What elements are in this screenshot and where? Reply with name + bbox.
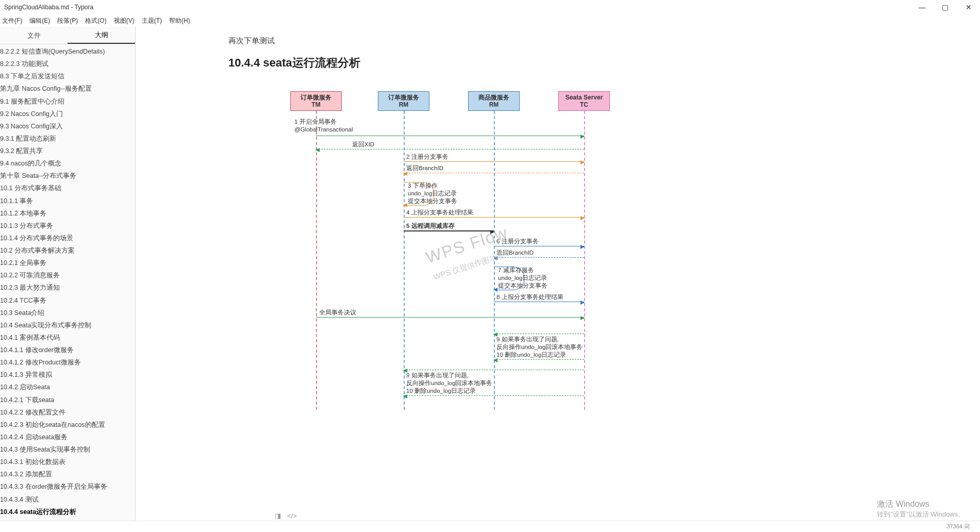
- minimize-button[interactable]: —: [910, 0, 934, 14]
- outline-item[interactable]: 9.1 服务配置中心介绍: [0, 95, 135, 108]
- outline-item[interactable]: 10.4 Seata实现分布式事务控制: [0, 319, 135, 331]
- editor-content[interactable]: 再次下单测试 10.4.4 seata运行流程分析 订单微服务TM 订单微服务R…: [136, 27, 980, 521]
- arrow-13a: [494, 334, 584, 335]
- outline-item[interactable]: 10.1.1 事务: [0, 195, 135, 207]
- outline-item[interactable]: 10.4.3.3 在order微服务开启全局事务: [0, 480, 135, 493]
- outline-item[interactable]: 10.4.3.4 测试: [0, 493, 135, 506]
- actor-product-rm: 商品微服务RM: [468, 91, 520, 111]
- msg-13: 9 如果事务出现了问题, 反向操作undo_log回滚本地事务10 删除undo…: [496, 336, 583, 359]
- outline-item[interactable]: 第十章 Seata--分布式事务: [0, 170, 135, 182]
- arrow-1: [316, 136, 584, 137]
- window-title: SpringCloudAlibaba.md - Typora: [4, 4, 93, 11]
- paragraph: 再次下单测试: [228, 36, 795, 46]
- outline-item[interactable]: 10.4.4 seata运行流程分析: [0, 506, 135, 518]
- arrow-4: [404, 173, 584, 174]
- menu-view[interactable]: 视图(V): [114, 16, 135, 25]
- arrow-7: [404, 230, 494, 231]
- arrow-3: [404, 161, 584, 162]
- actor-seata-tc: Seata ServerTC: [558, 91, 610, 111]
- outline-item[interactable]: 9.3.2 配置共享: [0, 145, 135, 157]
- outline-item[interactable]: 10.2 分布式事务解决方案: [0, 244, 135, 257]
- outline-item[interactable]: 第九章 Nacos Config--服务配置: [0, 82, 135, 95]
- outline-item[interactable]: 10.2.1 全局事务: [0, 257, 135, 269]
- msg-10: 7 减库存服务 undo_log日志记录 提交本地分支事务: [498, 267, 547, 290]
- outline-item[interactable]: 10.4.2.3 初始化seata在nacos的配置: [0, 419, 135, 431]
- outline-item[interactable]: 10.4.1.3 异常模拟: [0, 369, 135, 381]
- arrow-2: [316, 149, 584, 150]
- maximize-button[interactable]: ▢: [934, 0, 957, 14]
- outline-item[interactable]: 10.4.2 启动Seata: [0, 381, 135, 393]
- statusbar: 37364 词: [0, 521, 980, 532]
- menubar: 文件(F) 编辑(E) 段落(P) 格式(O) 视图(V) 主题(T) 帮助(H…: [0, 14, 980, 27]
- word-count[interactable]: 37364 词: [946, 523, 970, 530]
- menu-edit[interactable]: 编辑(E): [29, 16, 50, 25]
- outline-item[interactable]: 10.2.2 可靠消息服务: [0, 269, 135, 281]
- outline-item[interactable]: 10.4.1.2 修改Product微服务: [0, 356, 135, 369]
- window-controls: — ▢ ✕: [910, 0, 980, 14]
- outline-item[interactable]: 10.4.2.1 下载seata: [0, 394, 135, 406]
- msg-11: 8 上报分支事务处理结果: [496, 293, 563, 301]
- titlebar: SpringCloudAlibaba.md - Typora — ▢ ✕: [0, 0, 980, 14]
- code-toggle-icon[interactable]: </>: [287, 512, 297, 520]
- arrow-13b: [494, 359, 584, 360]
- arrow-6: [404, 217, 584, 218]
- outline-item[interactable]: 10.1.4 分布式事务的场景: [0, 232, 135, 244]
- msg-6: 4 上报分支事务处理结果: [406, 209, 473, 217]
- menu-paragraph[interactable]: 段落(P): [57, 16, 78, 25]
- msg-14: 9 如果事务出现了问题, 反向操作undo_log回滚本地事务10 删除undo…: [406, 372, 492, 395]
- arrow-9: [494, 257, 584, 258]
- outline-item[interactable]: 10.3 Seata介绍: [0, 307, 135, 319]
- msg-4: 返回BranchID: [406, 164, 443, 172]
- outline-item[interactable]: 10.2.3 最大努力通知: [0, 281, 135, 294]
- sidebar: 文件 大纲 8.2.2.2 短信查询(QuerySendDetails)8.2.…: [0, 27, 136, 521]
- close-button[interactable]: ✕: [957, 0, 980, 14]
- msg-5: 3 下单操作 undo_log日志记录 提交本地分支事务: [408, 182, 457, 205]
- outline-item[interactable]: 8.2.2.3 功能测试: [0, 58, 135, 70]
- arrow-14a: [404, 370, 584, 371]
- arrow-8: [494, 246, 584, 247]
- outline-item[interactable]: 10.4.3 使用Seata实现事务控制: [0, 443, 135, 456]
- outline-item[interactable]: 10.4.3.2 添加配置: [0, 468, 135, 480]
- msg-3: 2 注册分支事务: [406, 153, 449, 161]
- menu-format[interactable]: 格式(O): [85, 16, 106, 25]
- outline-item[interactable]: 10.2.4 TCC事务: [0, 294, 135, 307]
- outline-item[interactable]: 10.1.3 分布式事务: [0, 220, 135, 232]
- bottom-toolbar: ◨ </>: [275, 512, 297, 520]
- sequence-diagram: 订单微服务TM 订单微服务RM 商品微服务RM Seata ServerTC 1…: [290, 91, 795, 411]
- outline-item[interactable]: 10.4.2.2 修改配置文件: [0, 406, 135, 419]
- tab-files[interactable]: 文件: [0, 27, 68, 44]
- outline-item[interactable]: 10.1.2 本地事务: [0, 207, 135, 220]
- outline-item[interactable]: 8.3 下单之后发送短信: [0, 70, 135, 82]
- outline-item[interactable]: 8.2.2.2 短信查询(QuerySendDetails): [0, 45, 135, 58]
- outline-item[interactable]: 10.4.3.1 初始化数据表: [0, 456, 135, 468]
- arrow-14b: [404, 395, 584, 396]
- msg-12: 全局事务决议: [319, 309, 356, 317]
- msg-1: 1 开启全局事务@GlobalTransactional: [294, 118, 353, 134]
- menu-theme[interactable]: 主题(T): [142, 16, 162, 25]
- outline-item[interactable]: 10.4.1.1 修改order微服务: [0, 344, 135, 356]
- msg-9: 返回BranchID: [496, 249, 534, 257]
- outline-item[interactable]: 9.4 nacos的几个概念: [0, 157, 135, 170]
- actor-tm: 订单微服务TM: [290, 91, 342, 111]
- outline-item[interactable]: 9.3 Nacos Config深入: [0, 120, 135, 132]
- outline-item[interactable]: 9.2 Nacos Config入门: [0, 108, 135, 120]
- tab-outline[interactable]: 大纲: [68, 27, 135, 44]
- outline-list[interactable]: 8.2.2.2 短信查询(QuerySendDetails)8.2.2.3 功能…: [0, 44, 135, 521]
- menu-help[interactable]: 帮助(H): [169, 16, 190, 25]
- heading: 10.4.4 seata运行流程分析: [228, 55, 795, 71]
- outline-item[interactable]: 10.1 分布式事务基础: [0, 182, 135, 194]
- sidebar-tabs: 文件 大纲: [0, 27, 135, 44]
- outline-item[interactable]: 10.4.1 案例基本代码: [0, 331, 135, 344]
- msg-8: 6 注册分支事务: [496, 238, 539, 245]
- msg-2: 返回XID: [352, 141, 374, 148]
- outline-item[interactable]: 10.4.2.4 启动seata服务: [0, 431, 135, 443]
- arrow-12: [316, 317, 584, 318]
- arrow-11: [494, 302, 584, 303]
- outline-item[interactable]: 9.3.1 配置动态刷新: [0, 132, 135, 145]
- menu-file[interactable]: 文件(F): [2, 16, 22, 25]
- actor-order-rm: 订单微服务RM: [378, 91, 429, 111]
- windows-activation: 激活 Windows 转到"设置"以激活 Windows。: [877, 499, 965, 519]
- sidebar-toggle-icon[interactable]: ◨: [275, 512, 281, 520]
- msg-7: 5 远程调用减库存: [406, 222, 455, 230]
